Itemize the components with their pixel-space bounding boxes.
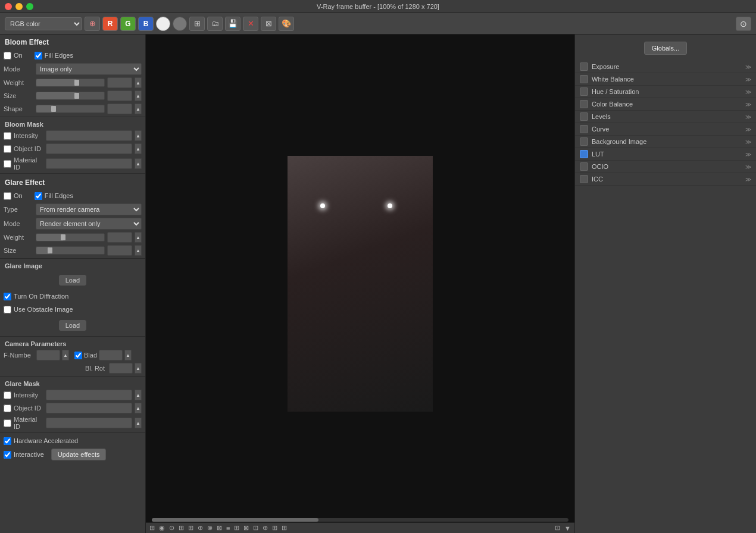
material-id-arrow[interactable]: ▲ xyxy=(135,158,142,169)
blad-arrow[interactable]: ▲ xyxy=(124,350,132,360)
blad-checkbox[interactable] xyxy=(74,352,82,359)
effect-checkbox-8[interactable] xyxy=(580,162,588,171)
effect-expand-icon-9[interactable]: ≫ xyxy=(745,176,751,183)
glare-mask-object-id-checkbox[interactable] xyxy=(4,405,11,412)
bottom-icon-11[interactable]: ⊠ xyxy=(242,524,250,532)
channels-icon[interactable]: ⊠ xyxy=(261,17,276,31)
effect-checkbox-1[interactable] xyxy=(580,75,588,83)
shape-input[interactable]: 4.00 xyxy=(107,104,132,114)
close-btn[interactable] xyxy=(5,3,12,10)
hardware-accelerated-checkbox[interactable] xyxy=(4,437,11,445)
glare-mask-intensity-arrow[interactable]: ▲ xyxy=(135,390,142,400)
bottom-icon-10[interactable]: ⊞ xyxy=(233,524,240,532)
white-circle-btn[interactable] xyxy=(156,17,170,31)
glare-mask-material-id-input[interactable]: 0 xyxy=(46,418,132,428)
material-id-input[interactable]: 0 xyxy=(46,158,132,169)
effect-row-background-image[interactable]: Background Image≫ xyxy=(575,136,756,148)
expand-icon[interactable]: ⊡ xyxy=(554,524,561,532)
collapse-icon[interactable]: ▼ xyxy=(563,525,572,532)
globals-btn[interactable]: Globals... xyxy=(644,42,687,55)
save-icon[interactable]: 💾 xyxy=(225,17,240,31)
bottom-icon-2[interactable]: ◉ xyxy=(158,524,166,532)
effect-expand-icon-7[interactable]: ≫ xyxy=(745,151,751,158)
update-effects-btn[interactable]: Update effects xyxy=(51,449,107,460)
effect-checkbox-3[interactable] xyxy=(580,100,588,108)
color-mode-select[interactable]: RGB color xyxy=(5,17,82,30)
glare-mode-select[interactable]: Render element only xyxy=(36,218,142,230)
effect-expand-icon-8[interactable]: ≫ xyxy=(745,164,751,170)
close-icon[interactable]: ✕ xyxy=(243,17,258,31)
bottom-icon-9[interactable]: ≡ xyxy=(225,525,231,532)
interactive-checkbox[interactable] xyxy=(4,451,11,459)
weight-arrow[interactable]: ▲ xyxy=(135,77,142,88)
load-btn-1[interactable]: Load xyxy=(59,275,86,286)
effect-row-curve[interactable]: Curve≫ xyxy=(575,123,756,136)
effect-row-levels[interactable]: Levels≫ xyxy=(575,111,756,123)
window-controls[interactable] xyxy=(5,3,33,10)
glare-weight-input[interactable]: 30.00 xyxy=(107,232,132,243)
effect-row-exposure[interactable]: Exposure≫ xyxy=(575,61,756,73)
object-id-checkbox[interactable] xyxy=(4,145,11,153)
effect-expand-icon-0[interactable]: ≫ xyxy=(745,64,751,70)
glare-mask-object-id-arrow[interactable]: ▲ xyxy=(135,403,142,413)
effect-checkbox-4[interactable] xyxy=(580,112,588,121)
size-arrow[interactable]: ▲ xyxy=(135,90,142,101)
effect-checkbox-0[interactable] xyxy=(580,62,588,71)
turn-on-diffraction-checkbox[interactable] xyxy=(4,293,11,300)
maximize-btn[interactable] xyxy=(26,3,33,10)
glare-mask-intensity-checkbox[interactable] xyxy=(4,391,11,399)
bloom-on-checkbox[interactable] xyxy=(4,52,11,59)
glare-weight-arrow[interactable]: ▲ xyxy=(135,232,142,243)
glare-mask-intensity-input[interactable]: 3.00 xyxy=(46,390,132,400)
glare-size-slider[interactable] xyxy=(36,246,105,255)
bl-rot-input[interactable]: 15.00 xyxy=(109,363,133,374)
bottom-icon-14[interactable]: ⊞ xyxy=(271,524,279,532)
size-input[interactable]: 15.00 xyxy=(107,90,132,101)
effect-expand-icon-1[interactable]: ≫ xyxy=(745,76,751,83)
glare-mask-object-id-input[interactable]: 0 xyxy=(46,403,132,413)
effect-expand-icon-6[interactable]: ≫ xyxy=(745,139,751,145)
effect-row-lut[interactable]: LUT≫ xyxy=(575,148,756,161)
bottom-icon-7[interactable]: ⊗ xyxy=(206,524,214,532)
bottom-icon-6[interactable]: ⊕ xyxy=(196,524,204,532)
f-number-arrow[interactable]: ▲ xyxy=(62,350,69,360)
glare-fill-edges-checkbox[interactable] xyxy=(35,192,42,200)
effect-row-white-balance[interactable]: White Balance≫ xyxy=(575,73,756,86)
effect-row-icc[interactable]: ICC≫ xyxy=(575,173,756,186)
effect-checkbox-2[interactable] xyxy=(580,87,588,96)
bottom-icon-15[interactable]: ⊞ xyxy=(280,524,288,532)
object-id-arrow[interactable]: ▲ xyxy=(135,143,142,154)
folder-icon[interactable]: 🗂 xyxy=(207,17,223,31)
load-btn-2[interactable]: Load xyxy=(59,320,86,331)
scrollbar-thumb[interactable] xyxy=(152,518,318,522)
mode-select[interactable]: Image only xyxy=(36,63,142,75)
effect-row-ocio[interactable]: OCIO≫ xyxy=(575,161,756,173)
red-channel-btn[interactable]: R xyxy=(102,17,118,31)
settings-globe-icon[interactable]: ⊙ xyxy=(736,17,751,31)
effect-expand-icon-3[interactable]: ≫ xyxy=(745,101,751,108)
object-id-input[interactable]: 0 xyxy=(46,143,132,154)
bottom-icon-5[interactable]: ⊞ xyxy=(187,524,195,532)
scrollbar-track[interactable] xyxy=(152,518,568,522)
glare-size-input[interactable]: 10.00 xyxy=(107,245,132,256)
glare-weight-slider[interactable] xyxy=(36,233,105,242)
glare-size-arrow[interactable]: ▲ xyxy=(135,245,142,256)
size-slider[interactable] xyxy=(36,92,105,100)
intensity-arrow[interactable]: ▲ xyxy=(135,130,142,141)
effect-expand-icon-2[interactable]: ≫ xyxy=(745,89,751,95)
shape-slider[interactable] xyxy=(36,105,105,113)
left-panel-scroll[interactable]: Bloom Effect On Fill Edges Mode Image on… xyxy=(0,35,145,533)
use-obstacle-image-checkbox[interactable] xyxy=(4,306,11,313)
bottom-icon-12[interactable]: ⊡ xyxy=(252,524,260,532)
color-wheel-icon[interactable]: ⊕ xyxy=(85,17,100,31)
intensity-input[interactable]: 3.00 xyxy=(46,130,132,141)
bottom-icon-13[interactable]: ⊕ xyxy=(261,524,269,532)
effect-expand-icon-5[interactable]: ≫ xyxy=(745,126,751,133)
fill-edges-checkbox[interactable] xyxy=(35,52,42,59)
material-id-checkbox[interactable] xyxy=(4,160,11,168)
effect-row-color-balance[interactable]: Color Balance≫ xyxy=(575,98,756,111)
gray-circle-btn[interactable] xyxy=(173,17,187,31)
bottom-icon-3[interactable]: ⊙ xyxy=(168,524,176,532)
blad-input[interactable]: 6 xyxy=(99,350,123,360)
color-picker-icon[interactable]: 🎨 xyxy=(279,17,294,31)
